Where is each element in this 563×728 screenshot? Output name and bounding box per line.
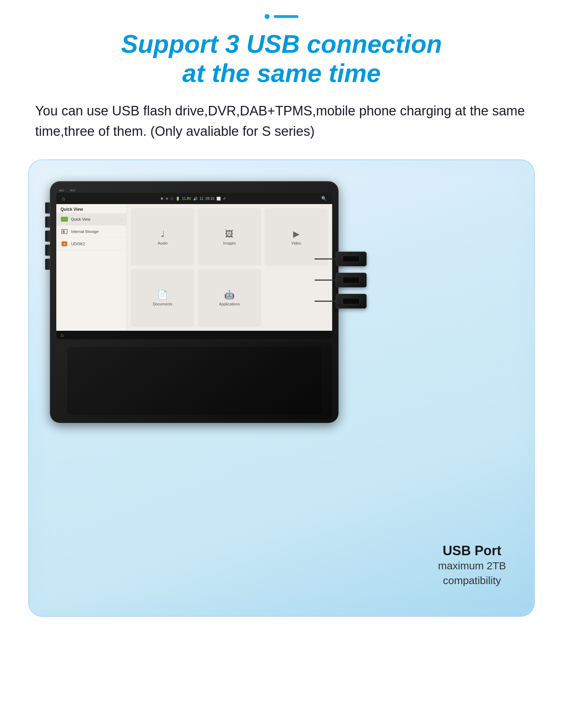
udisk-icon: 2 — [61, 241, 68, 247]
audio-icon: ♩ — [161, 229, 165, 239]
usb-connector-3 — [336, 294, 367, 309]
sidebar-quickview-label: Quick View — [71, 217, 90, 221]
applications-icon: 🤖 — [224, 290, 235, 300]
indicator-dot — [265, 14, 270, 19]
grid-item-applications[interactable]: 🤖 Applications — [198, 269, 261, 327]
usb-cable-line-2 — [315, 280, 337, 281]
screen-icon: ⬜ — [216, 197, 221, 201]
usb-section — [336, 252, 367, 309]
side-btn-voldown[interactable] — [45, 259, 50, 270]
subtitle-content: You can use USB flash drive,DVR,DAB+TPMS… — [35, 103, 525, 139]
usb-plug-3 — [336, 294, 367, 309]
label-mic: MIC — [59, 189, 64, 192]
usb-port-hole-1 — [343, 256, 360, 262]
screen-content: Quick View Quick View › — [56, 204, 332, 331]
screen-main: ♩ Audio 🖼 Images ▶ Video — [127, 204, 332, 331]
sidebar-storage-label: Internal Storage — [71, 229, 99, 234]
page-wrapper: Support 3 USB connection at the same tim… — [0, 0, 563, 638]
title-line1: Support 3 USB connection — [121, 30, 442, 58]
subtitle-text: You can use USB flash drive,DVR,DAB+TPMS… — [28, 101, 535, 142]
main-title: Support 3 USB connection at the same tim… — [28, 30, 535, 88]
usb-cable-line-1 — [315, 259, 337, 260]
quickview-icon — [61, 216, 68, 222]
radio-left-side — [45, 202, 50, 270]
grid-item-images[interactable]: 🖼 Images — [198, 208, 261, 266]
wifi-icon: ❄ — [165, 197, 168, 201]
audio-label: Audio — [158, 241, 167, 245]
screen-sidebar: Quick View Quick View › — [56, 204, 127, 331]
usb-plug-2 — [336, 273, 367, 287]
sidebar-item-quickview[interactable]: Quick View › — [56, 213, 126, 226]
sidebar-item-internal-storage[interactable]: Internal Storage — [56, 226, 126, 238]
screen-top-labels: MIC RST — [56, 188, 332, 193]
indicator-line — [274, 15, 298, 18]
video-icon: ▶ — [293, 229, 299, 239]
applications-label: Applications — [219, 302, 240, 306]
sidebar-arrow-icon: › — [121, 217, 122, 221]
statusbar-right: 🔍 — [321, 196, 327, 201]
grid-empty — [265, 269, 328, 327]
images-icon: 🖼 — [225, 229, 234, 239]
time-display: 09:15 — [205, 197, 214, 201]
usb-cable-line-3 — [315, 301, 337, 302]
usb-plug-1 — [336, 252, 367, 266]
usb-port-label: USB Port — [438, 543, 506, 558]
usb-info-block: USB Port maximum 2TB compatibility — [438, 543, 506, 588]
usb-desc-line1: maximum 2TB — [438, 558, 506, 573]
screen-statusbar: ⌂ ✱ ❄ ⬡ 🔋 11.8V 🔊 12 09:15 — [56, 193, 332, 204]
grid-item-documents[interactable]: 📄 Documents — [131, 269, 194, 327]
usb-port-hole-3 — [343, 298, 360, 304]
car-radio: MIC RST ⌂ ✱ ❄ ⬡ — [50, 181, 339, 423]
sidebar-item-udisk[interactable]: 2 UDISK2 — [56, 238, 126, 250]
screen-bezel: ⌂ ✱ ❄ ⬡ 🔋 11.8V 🔊 12 09:15 — [56, 193, 332, 339]
device-card: MIC RST ⌂ ✱ ❄ ⬡ — [28, 159, 535, 617]
storage-icon — [61, 228, 68, 235]
side-btn-home[interactable] — [45, 216, 50, 228]
side-btn-back[interactable] — [45, 230, 50, 242]
volume-value: 12 — [200, 197, 203, 201]
home-nav-icon[interactable]: ⌂ — [62, 196, 65, 201]
battery-icon: 🔋 — [176, 197, 180, 201]
battery-value: 11.8V — [182, 197, 191, 201]
usb-desc-line2: compatibility — [438, 573, 506, 588]
signal-icon: ⬡ — [170, 197, 173, 201]
refresh-icon[interactable]: ↺ — [223, 197, 226, 201]
images-label: Images — [223, 241, 236, 245]
radio-bottom-panel — [56, 342, 332, 419]
video-label: Video — [291, 241, 301, 245]
screen-nav-bar: ⌂ — [56, 331, 332, 339]
search-icon[interactable]: 🔍 — [321, 196, 327, 201]
title-line2: at the same time — [182, 59, 381, 87]
documents-label: Documents — [153, 302, 172, 306]
radio-bottom-inner — [67, 347, 321, 415]
sidebar-title: Quick View — [56, 204, 126, 213]
nav-home-icon[interactable]: ⌂ — [61, 332, 63, 338]
bluetooth-icon: ✱ — [160, 197, 163, 201]
side-btn-volup[interactable] — [45, 245, 50, 256]
grid-item-video[interactable]: ▶ Video — [265, 208, 328, 266]
statusbar-left: ⌂ — [62, 196, 65, 201]
radio-outer: MIC RST ⌂ ✱ ❄ ⬡ — [50, 181, 339, 423]
sidebar-udisk-label: UDISK2 — [71, 242, 85, 246]
usb-connector-2 — [336, 273, 367, 287]
volume-icon: 🔊 — [193, 197, 197, 201]
statusbar-center: ✱ ❄ ⬡ 🔋 11.8V 🔊 12 09:15 ⬜ ↺ — [160, 197, 226, 201]
device-mockup-area: MIC RST ⌂ ✱ ❄ ⬡ — [50, 181, 513, 423]
documents-icon: 📄 — [157, 290, 168, 300]
label-rst: RST — [70, 189, 76, 192]
grid-item-audio[interactable]: ♩ Audio — [131, 208, 194, 266]
usb-connector-1 — [336, 252, 367, 266]
usb-port-hole-2 — [343, 277, 360, 283]
usb-cable-group — [336, 252, 367, 309]
top-indicator — [28, 14, 535, 19]
side-btn-power[interactable] — [45, 202, 50, 214]
